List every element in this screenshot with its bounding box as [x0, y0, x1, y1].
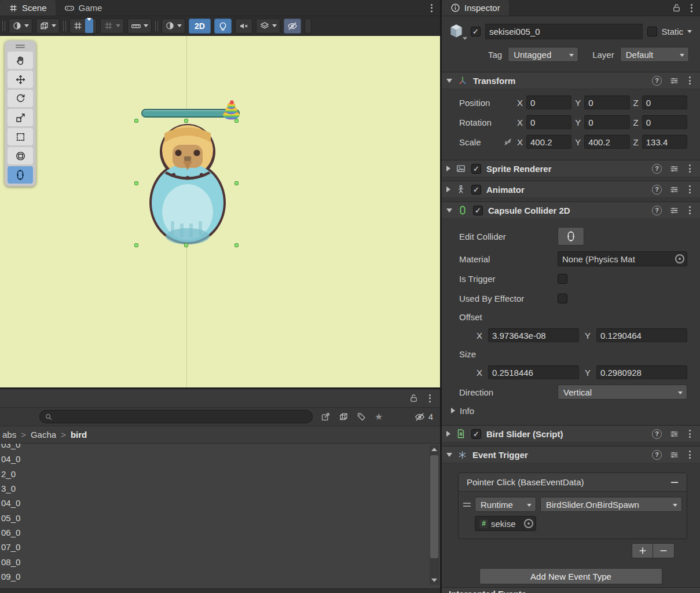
rainbow-poop-handle[interactable]: [221, 99, 242, 120]
link-broken-icon[interactable]: [503, 137, 512, 147]
project-menu-kebab-icon[interactable]: [427, 393, 433, 404]
list-item[interactable]: 03_0: [1, 444, 427, 452]
remove-callback-button[interactable]: [653, 543, 675, 558]
static-checkbox[interactable]: [647, 27, 657, 36]
capsule-collider-enabled-checkbox[interactable]: [473, 206, 483, 215]
presets-icon[interactable]: [669, 164, 679, 174]
breadcrumb-item[interactable]: abs: [2, 430, 16, 440]
foldout-open-icon[interactable]: [446, 208, 452, 213]
audio-toggle[interactable]: [235, 19, 252, 34]
lighting-toggle[interactable]: [214, 19, 232, 34]
is-trigger-checkbox[interactable]: [558, 274, 567, 284]
favorites-star-icon[interactable]: ★: [375, 412, 383, 422]
sprite-renderer-header[interactable]: Sprite Renderer ?: [442, 160, 700, 177]
foldout-closed-icon[interactable]: [446, 431, 450, 437]
list-item[interactable]: 06_0: [1, 525, 427, 540]
offset-y-field[interactable]: [596, 328, 687, 342]
search-input[interactable]: [56, 412, 307, 422]
info-foldout[interactable]: Info: [446, 402, 687, 419]
collider-handle[interactable]: [234, 181, 239, 185]
position-y-field[interactable]: [584, 96, 629, 109]
scale-x-field[interactable]: [526, 135, 571, 149]
collider-handle[interactable]: [134, 243, 138, 247]
size-y-field[interactable]: [596, 365, 687, 379]
event-trigger-header[interactable]: Event Trigger ?: [442, 446, 700, 463]
draw-mode-dropdown[interactable]: [9, 19, 32, 34]
presets-icon[interactable]: [669, 429, 679, 439]
palette-drag-handle[interactable]: [5, 43, 36, 50]
breadcrumb-item[interactable]: Gacha: [31, 430, 56, 440]
material-object-field[interactable]: None (Physics Mat: [558, 251, 687, 266]
collider-handle[interactable]: [184, 119, 188, 123]
collider-handle[interactable]: [134, 181, 138, 185]
add-new-event-type-button[interactable]: Add New Event Type: [479, 568, 662, 584]
static-flags-dropdown-icon[interactable]: [687, 30, 692, 33]
move-tool[interactable]: [8, 71, 33, 88]
help-icon[interactable]: ?: [652, 206, 662, 215]
tab-inspector[interactable]: Inspector: [442, 0, 509, 16]
snap-settings-dropdown[interactable]: [100, 19, 124, 34]
bird-slider-enabled-checkbox[interactable]: [471, 429, 481, 439]
scale-tool[interactable]: [8, 109, 33, 126]
list-item[interactable]: 08_0: [1, 554, 427, 569]
foldout-closed-icon[interactable]: [446, 166, 450, 171]
foldout-open-icon[interactable]: [446, 79, 452, 83]
presets-icon[interactable]: [669, 185, 679, 195]
scene-viewport[interactable]: [0, 36, 440, 387]
scroll-up-icon[interactable]: [430, 445, 439, 454]
open-search-window-icon[interactable]: [321, 412, 331, 422]
tag-dropdown[interactable]: Untagged: [508, 47, 578, 62]
component-kebab-icon[interactable]: [687, 449, 693, 460]
animator-header[interactable]: Animator ?: [442, 181, 700, 198]
lock-open-icon[interactable]: [409, 393, 419, 403]
bird-slider-header[interactable]: Bird Slider (Script) ?: [442, 425, 700, 442]
transform-tool[interactable]: [8, 147, 33, 164]
capsule-collider-header[interactable]: Capsule Collider 2D ?: [442, 202, 700, 219]
render-doodads-dropdown[interactable]: [162, 19, 185, 34]
collider-handle[interactable]: [184, 243, 188, 247]
inspector-menu-kebab-icon[interactable]: [688, 3, 695, 13]
component-kebab-icon[interactable]: [687, 429, 693, 439]
transform-header[interactable]: Transform ?: [442, 72, 700, 89]
toolbar-drag-handle[interactable]: [2, 21, 5, 31]
tab-game[interactable]: Game: [56, 0, 111, 16]
runtime-mode-dropdown[interactable]: Runtime: [475, 497, 536, 512]
foldout-open-icon[interactable]: [446, 453, 452, 457]
filter-by-label-icon[interactable]: [357, 412, 367, 422]
collider-handle[interactable]: [234, 119, 239, 123]
lock-open-icon[interactable]: [672, 3, 681, 13]
filter-by-type-icon[interactable]: [339, 412, 349, 422]
list-item[interactable]: 3_0: [1, 481, 427, 496]
add-callback-button[interactable]: [632, 543, 653, 558]
help-icon[interactable]: ?: [652, 164, 662, 174]
foldout-closed-icon[interactable]: [446, 186, 450, 192]
component-kebab-icon[interactable]: [687, 205, 693, 215]
gameobject-name-field[interactable]: [485, 24, 643, 39]
used-by-effector-checkbox[interactable]: [558, 294, 567, 303]
clipped-toolbar-button[interactable]: [305, 19, 311, 34]
layer-dropdown[interactable]: Default: [620, 47, 689, 62]
edit-collider-tool[interactable]: [8, 166, 33, 184]
size-x-field[interactable]: [488, 365, 579, 379]
remove-event-icon[interactable]: [668, 476, 681, 489]
scroll-down-icon[interactable]: [430, 576, 439, 585]
object-picker-icon[interactable]: [524, 519, 533, 528]
rotation-y-field[interactable]: [584, 115, 629, 129]
rotation-x-field[interactable]: [526, 115, 571, 129]
scrollbar[interactable]: [430, 445, 439, 585]
edit-collider-button[interactable]: [558, 227, 584, 246]
animator-enabled-checkbox[interactable]: [471, 185, 481, 195]
grid-visibility-dropdown[interactable]: [69, 19, 97, 34]
presets-icon[interactable]: [669, 450, 679, 460]
list-item[interactable]: 04_0: [1, 496, 427, 510]
list-item[interactable]: 05_0: [1, 510, 427, 525]
presets-icon[interactable]: [669, 76, 679, 86]
collider-handle[interactable]: [134, 119, 138, 123]
position-x-field[interactable]: [526, 96, 571, 109]
help-icon[interactable]: ?: [652, 185, 662, 195]
rotate-tool[interactable]: [8, 90, 33, 107]
callback-target-object-field[interactable]: # sekise: [475, 516, 536, 531]
gameobject-active-checkbox[interactable]: [471, 27, 481, 36]
component-kebab-icon[interactable]: [687, 184, 693, 195]
gameobject-icon-button[interactable]: [448, 23, 466, 40]
